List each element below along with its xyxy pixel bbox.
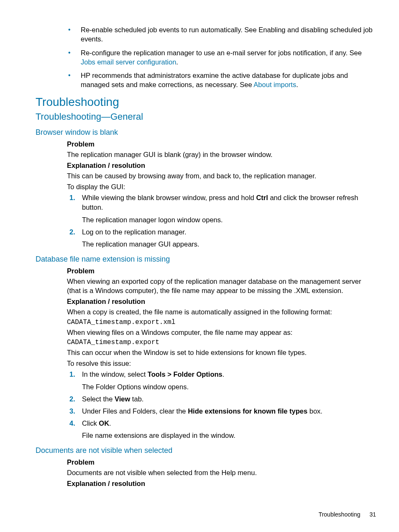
list-item: Click OK. File name extensions are displ… [82,419,376,440]
text: Log on to the replication manager. [82,228,187,236]
bold-text: View [115,395,130,403]
label-explanation: Explanation / resolution [67,480,376,488]
bold-text: OK [99,419,109,427]
label-problem: Problem [67,267,376,275]
text: . [296,81,298,88]
text: box. [307,407,322,415]
link-about-imports[interactable]: About imports [253,81,296,88]
page-number: 31 [369,511,376,518]
list-item: Select the View tab. [82,394,376,404]
heading-db-extension: Database file name extension is missing [36,255,376,264]
text: . [176,58,178,66]
list-item: In the window, select Tools > Folder Opt… [82,370,376,391]
text: tab. [130,395,143,403]
heading-troubleshooting-general: Troubleshooting—General [36,111,376,122]
code-text: CADATA_timestamp.export.xml [67,319,376,326]
text: . [109,419,111,427]
text: Select the [82,395,115,403]
text: This can be caused by browsing away from… [67,171,376,180]
topic-block: Problem The replication manager GUI is b… [67,140,376,249]
text: File name extensions are displayed in th… [82,431,376,440]
list-item: HP recommends that administrators examin… [81,71,376,90]
list-item: Under Files and Folders, clear the Hide … [82,406,376,416]
text: Under Files and Folders, clear the [82,407,188,415]
text: In the window, select [82,370,148,378]
text: The replication manager GUI is blank (gr… [67,150,376,159]
step-list: While viewing the blank browser window, … [67,193,376,249]
list-item: Re-configure the replication manager to … [81,48,376,67]
text: When viewing an exported copy of the rep… [67,277,376,296]
text: This can occur when the Window is set to… [67,348,376,357]
text: To resolve this issue: [67,359,376,368]
page-footer: Troubleshooting 31 [319,511,376,518]
label-problem: Problem [67,458,376,466]
label-problem: Problem [67,140,376,148]
step-list: In the window, select Tools > Folder Opt… [67,370,376,440]
link-jobs-email[interactable]: Jobs email server configuration [81,58,176,66]
list-item: Log on to the replication manager. The r… [82,227,376,249]
bold-text: Ctrl [256,194,268,201]
code-text: CADATA_timestamp.export [67,339,376,346]
text: To display the GUI: [67,182,376,191]
list-item: Re-enable scheduled job events to run au… [81,25,376,44]
topic-block: Problem Documents are not visible when s… [67,458,376,488]
list-item: While viewing the blank browser window, … [82,193,376,224]
bold-text: Tools > Folder Options [148,370,223,378]
text: The replication manager logon window ope… [82,215,376,225]
intro-bullet-list: Re-enable scheduled job events to run au… [36,25,376,90]
footer-section: Troubleshooting [319,511,361,518]
text: Click [82,419,99,427]
text: When a copy is created, the file name is… [67,307,376,316]
text: HP recommends that administrators examin… [81,72,348,88]
text: The replication manager GUI appears. [82,239,376,249]
text: When viewing files on a Windows computer… [67,328,376,337]
text: Documents are not visible when selected … [67,468,376,477]
text: While viewing the blank browser window, … [82,194,256,201]
heading-troubleshooting: Troubleshooting [36,95,376,109]
text: Re-configure the replication manager to … [81,49,362,57]
page: Re-enable scheduled job events to run au… [0,0,399,532]
label-explanation: Explanation / resolution [67,162,376,170]
text: The Folder Options window opens. [82,382,376,392]
heading-docs-not-visible: Documents are not visible when selected [36,446,376,455]
heading-browser-blank: Browser window is blank [36,128,376,137]
text: . [223,370,225,378]
label-explanation: Explanation / resolution [67,298,376,306]
bold-text: Hide extensions for known file types [188,407,307,415]
topic-block: Problem When viewing an exported copy of… [67,267,376,440]
